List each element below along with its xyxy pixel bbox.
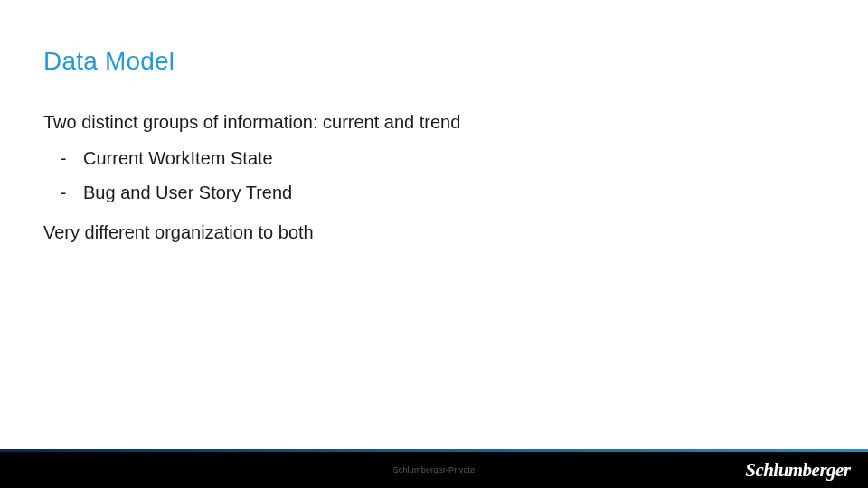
slide-body: Two distinct groups of information: curr… — [43, 108, 825, 251]
list-item: - Current WorkItem State — [43, 141, 825, 175]
footer-bar: Schlumberger-Private Schlumberger — [0, 452, 868, 488]
intro-paragraph: Two distinct groups of information: curr… — [43, 108, 825, 136]
brand-logo: Schlumberger — [746, 460, 851, 481]
footer: Schlumberger-Private Schlumberger — [0, 449, 868, 488]
bullet-text: Bug and User Story Trend — [83, 179, 292, 206]
slide-title: Data Model — [43, 47, 175, 76]
footer-classification: Schlumberger-Private — [392, 465, 475, 474]
dash-icon: - — [43, 179, 83, 206]
closing-paragraph: Very different organization to both — [43, 219, 825, 246]
bullet-list: - Current WorkItem State - Bug and User … — [43, 141, 825, 210]
list-item: - Bug and User Story Trend — [43, 175, 825, 210]
bullet-text: Current WorkItem State — [83, 145, 273, 172]
dash-icon: - — [43, 145, 83, 172]
slide: Data Model Two distinct groups of inform… — [0, 0, 868, 488]
